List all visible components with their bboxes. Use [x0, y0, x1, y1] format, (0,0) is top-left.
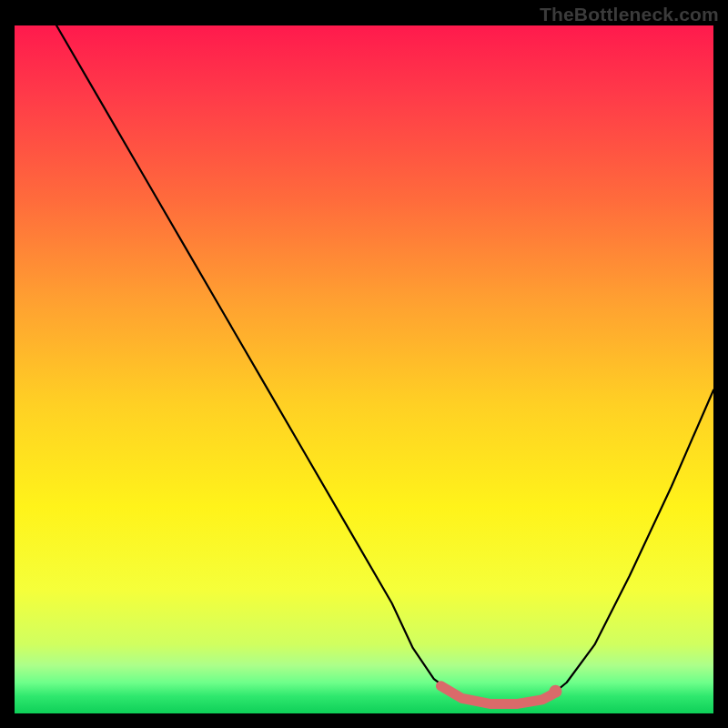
- bottleneck-curve: [56, 25, 713, 706]
- attribution-text: TheBottleneck.com: [540, 4, 719, 25]
- stage: TheBottleneck.com: [0, 0, 728, 728]
- optimal-region-highlight: [440, 686, 552, 704]
- marker-dot: [549, 685, 561, 698]
- plot-frame: [15, 25, 713, 713]
- plot-svg: [15, 25, 713, 713]
